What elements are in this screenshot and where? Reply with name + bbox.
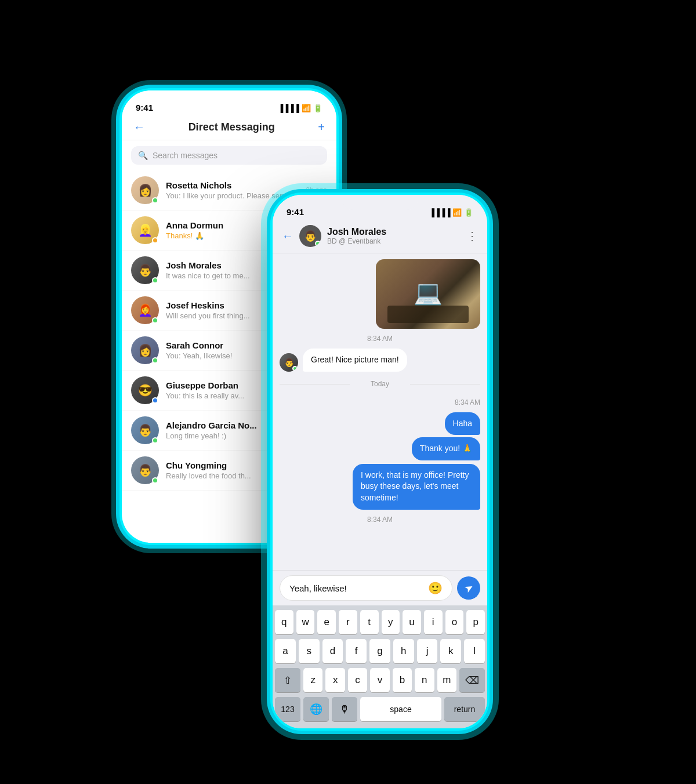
message-row: I work, that is my office! Pretty busy t… — [280, 464, 480, 510]
key-n[interactable]: n — [415, 668, 434, 692]
key-123[interactable]: 123 — [275, 697, 300, 721]
send-button[interactable]: ➤ — [457, 576, 480, 600]
key-u[interactable]: u — [403, 610, 421, 634]
key-a[interactable]: a — [275, 639, 296, 663]
keyboard-row-4: 123 🌐 🎙 space return — [275, 697, 485, 721]
image-content — [376, 259, 480, 329]
send-icon: ➤ — [462, 580, 476, 596]
wifi-icon: 📶 — [302, 104, 311, 112]
message-bubble: I work, that is my office! Pretty busy t… — [353, 464, 480, 510]
key-backspace[interactable]: ⌫ — [459, 668, 485, 692]
keyboard: q w e r t y u i o p a s d f g h — [273, 605, 487, 728]
key-l[interactable]: l — [464, 639, 485, 663]
key-p[interactable]: p — [466, 610, 485, 634]
today-divider: Today — [280, 380, 480, 388]
image-message — [376, 259, 480, 329]
avatar-wrap: 😎 — [131, 376, 159, 404]
chat-input-text: Yeah, likewise! — [289, 583, 347, 593]
key-q[interactable]: q — [275, 610, 293, 634]
message-time: 8:34 AM — [280, 516, 480, 524]
message-bubble: Great! Nice picture man! — [303, 349, 407, 372]
chat-input-field[interactable]: Yeah, likewise! 🙂 — [280, 575, 452, 601]
key-v[interactable]: v — [370, 668, 389, 692]
key-h[interactable]: h — [393, 639, 414, 663]
key-m[interactable]: m — [437, 668, 456, 692]
key-k[interactable]: k — [440, 639, 461, 663]
chat-nav-bar: ← 👨 Josh Morales BD @ Eventbank ⋮ — [273, 220, 487, 253]
chat-input-area: Yeah, likewise! 🙂 ➤ — [273, 570, 487, 605]
key-o[interactable]: o — [445, 610, 464, 634]
online-dot — [292, 366, 298, 371]
message-row: 👨 Great! Nice picture man! — [280, 349, 480, 372]
emoji-button[interactable]: 🙂 — [428, 581, 443, 595]
avatar-wrap: 👩 — [131, 176, 159, 204]
chat-back-button[interactable]: ← — [282, 230, 293, 243]
back-status-icons: ▐▐▐▐ 📶 🔋 — [278, 104, 322, 112]
key-e[interactable]: e — [317, 610, 336, 634]
message-bubble: Thank you! 🙏 — [412, 437, 480, 460]
key-x[interactable]: x — [325, 668, 345, 692]
key-i[interactable]: i — [424, 610, 443, 634]
message-time: 8:34 AM — [280, 398, 480, 406]
key-d[interactable]: d — [322, 639, 343, 663]
key-b[interactable]: b — [393, 668, 412, 692]
chat-more-button[interactable]: ⋮ — [466, 229, 478, 243]
back-button[interactable]: ← — [133, 121, 145, 134]
signal-icon: ▐▐▐▐ — [429, 208, 451, 217]
sender-avatar: 👨 — [280, 353, 298, 372]
chat-nav-info: Josh Morales BD @ Eventbank — [327, 227, 461, 245]
key-g[interactable]: g — [369, 639, 390, 663]
chat-contact-name: Josh Morales — [327, 227, 461, 237]
key-space[interactable]: space — [360, 697, 441, 721]
message-time: 8:34 AM — [280, 335, 480, 343]
message-bubble: Haha — [445, 412, 480, 435]
search-bar[interactable]: 🔍 Search messages — [131, 146, 327, 165]
key-z[interactable]: z — [303, 668, 322, 692]
key-return[interactable]: return — [444, 697, 485, 721]
key-w[interactable]: w — [296, 610, 315, 634]
chat-contact-sub: BD @ Eventbank — [327, 237, 461, 245]
keyboard-row-3: ⇧ z x c v b n m ⌫ — [275, 668, 485, 692]
scene: 9:41 ▐▐▐▐ 📶 🔋 ← Direct Messaging + 🔍 Sea… — [87, 44, 609, 740]
chat-body: 8:34 AM 👨 Great! Nice picture man! Today… — [273, 253, 487, 570]
avatar-wrap: 👨 — [131, 456, 159, 484]
online-indicator — [152, 397, 158, 404]
signal-icon: ▐▐▐▐ — [278, 104, 299, 112]
message-row: Haha Thank you! 🙏 — [280, 412, 480, 460]
phone-front-inner: 9:41 ▐▐▐▐ 📶 🔋 ← 👨 Josh Morales BD @ Even… — [273, 195, 487, 728]
key-y[interactable]: y — [382, 610, 400, 634]
contact-name: Rosetta Nichols — [166, 180, 299, 190]
online-indicator — [152, 477, 158, 484]
add-button[interactable]: + — [318, 121, 325, 134]
back-notch — [188, 90, 270, 107]
online-indicator — [152, 317, 158, 324]
avatar-wrap: 👨 — [131, 256, 159, 284]
contact-time: 3h ago — [306, 186, 327, 194]
back-nav-bar: ← Direct Messaging + — [122, 116, 336, 140]
online-indicator — [152, 357, 158, 364]
key-s[interactable]: s — [299, 639, 320, 663]
key-t[interactable]: t — [360, 610, 379, 634]
key-r[interactable]: r — [339, 610, 357, 634]
key-c[interactable]: c — [348, 668, 367, 692]
back-nav-title: Direct Messaging — [188, 121, 275, 133]
keyboard-row-2: a s d f g h j k l — [275, 639, 485, 663]
wifi-icon: 📶 — [452, 208, 462, 217]
front-notch — [342, 195, 418, 210]
online-indicator — [152, 277, 158, 284]
battery-icon: 🔋 — [313, 104, 322, 112]
key-j[interactable]: j — [417, 639, 438, 663]
online-indicator — [152, 437, 158, 444]
key-globe[interactable]: 🌐 — [303, 697, 329, 721]
back-time: 9:41 — [136, 103, 153, 112]
key-mic[interactable]: 🎙 — [332, 697, 357, 721]
keyboard-row-1: q w e r t y u i o p — [275, 610, 485, 634]
avatar-wrap: 👩 — [131, 336, 159, 364]
contact-info: Rosetta Nichols You: I like your product… — [166, 180, 299, 200]
avatar-wrap: 👩‍🦰 — [131, 296, 159, 324]
battery-icon: 🔋 — [464, 208, 473, 217]
front-status-icons: ▐▐▐▐ 📶 🔋 — [429, 208, 473, 217]
key-shift[interactable]: ⇧ — [275, 668, 300, 692]
phone-front: 9:41 ▐▐▐▐ 📶 🔋 ← 👨 Josh Morales BD @ Even… — [273, 195, 487, 728]
key-f[interactable]: f — [346, 639, 367, 663]
